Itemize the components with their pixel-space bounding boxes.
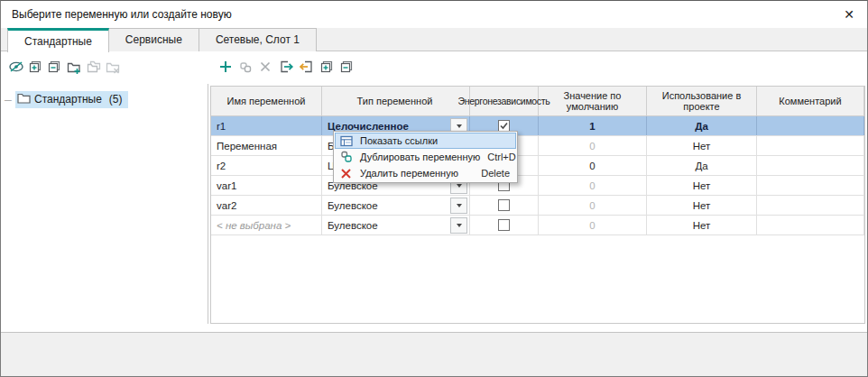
- variables-table: Имя переменной Тип переменной Энергонеза…: [210, 86, 865, 324]
- duplicate-variable-icon: [235, 57, 254, 76]
- table-row[interactable]: < не выбрана > Булевское 0 Нет: [211, 216, 864, 235]
- variable-select-dialog: Выберите переменную или создайте новую ✕…: [0, 0, 868, 377]
- var-name: < не выбрана >: [217, 220, 291, 231]
- var-usage: Нет: [693, 180, 711, 191]
- var-default: 0: [589, 180, 595, 191]
- col-header-comment[interactable]: Комментарий: [757, 87, 864, 115]
- var-type: Целочисленное: [328, 121, 409, 132]
- col-header-type[interactable]: Тип переменной: [322, 87, 470, 115]
- expand-nodes-icon[interactable]: [317, 57, 336, 76]
- var-name: r1: [217, 121, 226, 132]
- footer: OK: [1, 333, 867, 377]
- menu-item-label: Удалить переменную: [360, 168, 474, 179]
- menu-item-shortcut: Delete: [481, 168, 510, 179]
- type-dropdown-icon[interactable]: [450, 198, 467, 214]
- show-references-icon: [338, 135, 354, 147]
- dialog-title: Выберите переменную или создайте новую: [12, 8, 232, 21]
- var-default: 0: [589, 141, 595, 152]
- tab-service[interactable]: Сервисные: [108, 28, 199, 51]
- table-row[interactable]: r2 Целочисленное 0 Да: [211, 156, 864, 176]
- delete-group-icon: [103, 57, 122, 76]
- col-header-default[interactable]: Значение по умолчанию: [539, 87, 647, 115]
- export-icon[interactable]: [276, 57, 295, 76]
- tab-network-slot1[interactable]: Сетевые, Слот 1: [199, 28, 317, 51]
- var-name: r2: [217, 161, 226, 171]
- menu-item-duplicate-variable[interactable]: Дублировать переменную Ctrl+D: [335, 149, 516, 165]
- table-row[interactable]: Переменная Булевское 0 Нет: [211, 136, 864, 156]
- var-usage: Да: [695, 121, 708, 132]
- var-default: 1: [589, 121, 595, 132]
- var-name: var1: [217, 180, 236, 191]
- collapse-nodes-icon[interactable]: [337, 57, 356, 76]
- var-name: Переменная: [217, 141, 277, 152]
- context-menu: Показать ссылки Дублировать переменную C…: [333, 131, 518, 183]
- var-type: Булевское: [328, 220, 378, 231]
- table-row[interactable]: r1 Целочисленное 1 Да: [211, 116, 864, 136]
- folder-icon: [17, 92, 31, 106]
- var-name: var2: [217, 200, 236, 211]
- col-header-name[interactable]: Имя переменной: [211, 87, 322, 115]
- add-variable-icon[interactable]: [216, 57, 235, 76]
- variable-groups-tree: ─ Стандартные (5): [1, 84, 208, 324]
- var-type: Булевское: [328, 200, 378, 211]
- menu-item-show-references[interactable]: Показать ссылки: [335, 133, 516, 149]
- close-icon[interactable]: ✕: [838, 5, 860, 24]
- tree-expander[interactable]: ─: [5, 95, 15, 106]
- menu-item-label: Дублировать переменную: [360, 152, 480, 162]
- delete-icon: [338, 168, 354, 179]
- col-header-nonvolatile[interactable]: Энергонезависимость: [470, 87, 539, 115]
- var-default: 0: [589, 161, 595, 171]
- tab-bar: СтандартныеСервисныеСетевые, Слот 1: [1, 28, 867, 51]
- col-header-usage[interactable]: Использование в проекте: [647, 87, 757, 115]
- nonvolatile-checkbox[interactable]: [498, 219, 510, 231]
- copy-group-icon: [84, 57, 103, 76]
- expand-all-icon[interactable]: [25, 57, 44, 76]
- menu-item-label: Показать ссылки: [360, 135, 503, 146]
- title-bar: Выберите переменную или создайте новую ✕: [1, 1, 867, 28]
- table-header: Имя переменной Тип переменной Энергонеза…: [211, 87, 864, 116]
- add-group-icon[interactable]: [64, 57, 83, 76]
- duplicate-icon: [338, 151, 354, 163]
- var-usage: Да: [695, 161, 707, 171]
- nonvolatile-checkbox[interactable]: [498, 199, 510, 211]
- var-usage: Нет: [693, 220, 711, 231]
- tree-item-standard[interactable]: ─ Стандартные (5): [5, 91, 128, 108]
- collapse-all-icon[interactable]: [44, 57, 63, 76]
- var-default: 0: [589, 200, 595, 211]
- var-usage: Нет: [693, 200, 711, 211]
- var-usage: Нет: [693, 141, 711, 152]
- tab-standard[interactable]: Стандартные: [7, 28, 109, 52]
- toolbar: ✕: [1, 51, 867, 84]
- tree-item-count: (5): [109, 93, 123, 106]
- import-icon[interactable]: [296, 57, 315, 76]
- menu-item-shortcut: Ctrl+D: [487, 152, 515, 162]
- table-row[interactable]: var2 Булевское 0 Нет: [211, 196, 864, 216]
- type-dropdown-icon[interactable]: [450, 217, 467, 234]
- menu-item-delete-variable[interactable]: Удалить переменную Delete: [335, 165, 516, 181]
- var-default: 0: [589, 220, 595, 231]
- delete-variable-icon: [255, 57, 274, 76]
- hide-unused-icon[interactable]: [6, 57, 25, 76]
- table-row[interactable]: var1 Булевское 0 Нет: [211, 176, 864, 196]
- tree-item-label: Стандартные: [34, 93, 102, 106]
